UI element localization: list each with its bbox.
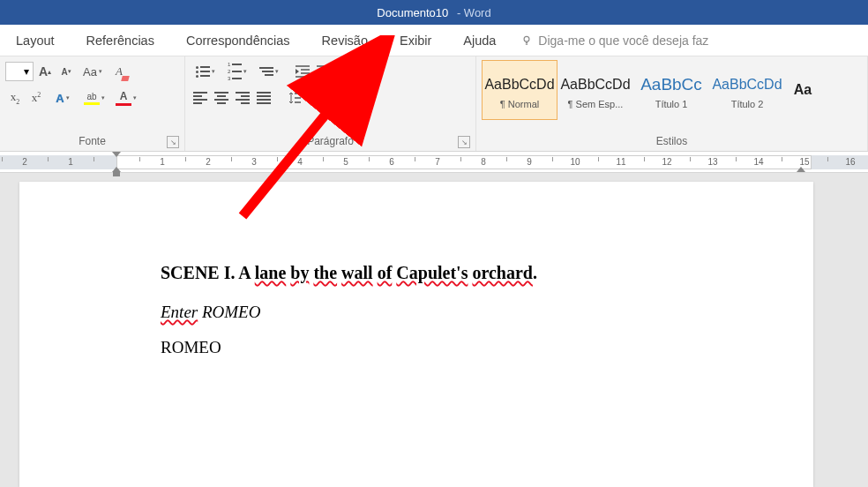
style-no-spacing[interactable]: AaBbCcDd ¶ Sem Esp...: [557, 60, 633, 120]
style-more[interactable]: Aa: [785, 60, 820, 120]
highlight-button[interactable]: ab▾: [79, 88, 109, 108]
justify-button[interactable]: [254, 88, 273, 108]
tab-review[interactable]: Revisão: [306, 25, 384, 56]
group-styles-label: Estilos: [656, 135, 687, 147]
tab-help[interactable]: Ajuda: [447, 25, 512, 56]
document-title: Documento10: [377, 6, 448, 19]
tab-mailings[interactable]: Correspondências: [170, 25, 306, 56]
speaker-name[interactable]: ROMEO: [161, 338, 813, 357]
tab-references[interactable]: Referências: [71, 25, 170, 56]
change-case-button[interactable]: Aa▾: [78, 62, 108, 81]
decrease-indent-icon: [296, 65, 310, 78]
font-size-box[interactable]: ▾: [5, 62, 34, 81]
lightbulb-icon: [520, 34, 533, 47]
group-paragraph: ▾ 123▾ ▾ AZ↓ ¶: [185, 56, 476, 151]
group-styles: AaBbCcDd ¶ Normal AaBbCcDd ¶ Sem Esp... …: [476, 56, 868, 151]
line-spacing-button[interactable]: ▾: [282, 88, 312, 108]
decrease-indent-button[interactable]: [293, 62, 312, 81]
document-area: SCENE I. A lane by the wall of Capulet's…: [0, 173, 868, 487]
svg-point-1: [338, 101, 340, 103]
styles-gallery: AaBbCcDd ¶ Normal AaBbCcDd ¶ Sem Esp... …: [482, 60, 862, 120]
right-indent-marker[interactable]: [797, 167, 805, 172]
shading-button[interactable]: ▾: [321, 88, 351, 108]
increase-indent-button[interactable]: [314, 62, 333, 81]
group-paragraph-label: Parágrafo: [307, 135, 354, 147]
document-content[interactable]: SCENE I. A lane by the wall of Capulet's…: [161, 263, 813, 357]
shrink-font-button[interactable]: A▾: [56, 62, 76, 81]
ribbon-tabs: Layout Referências Correspondências Revi…: [0, 25, 868, 56]
page[interactable]: SCENE I. A lane by the wall of Capulet's…: [19, 182, 813, 487]
tab-view[interactable]: Exibir: [384, 25, 447, 56]
style-heading2[interactable]: AaBbCcDd Título 2: [709, 60, 785, 120]
first-line-indent-marker[interactable]: [112, 152, 121, 157]
paint-bucket-icon: [327, 92, 340, 104]
app-name: - Word: [453, 6, 490, 19]
text-effects-button[interactable]: A▾: [48, 88, 78, 108]
scene-heading[interactable]: SCENE I. A lane by the wall of Capulet's…: [161, 263, 813, 283]
borders-icon: [359, 92, 371, 104]
style-heading1[interactable]: AaBbCc Título 1: [633, 60, 709, 120]
style-normal[interactable]: AaBbCcDd ¶ Normal: [482, 60, 557, 120]
sort-button[interactable]: AZ↓: [342, 62, 362, 81]
group-font: ▾ A▴ A▾ Aa▾ A x2 x2 A▾ ab▾ A▾ Fonte: [0, 56, 185, 151]
line-spacing-icon: [288, 92, 301, 104]
numbering-button[interactable]: 123▾: [222, 62, 252, 81]
ribbon: ▾ A▴ A▾ Aa▾ A x2 x2 A▾ ab▾ A▾ Fonte: [0, 56, 868, 152]
clear-formatting-button[interactable]: A: [109, 62, 129, 81]
paragraph-dialog-launcher[interactable]: ↘: [458, 136, 470, 148]
increase-indent-icon: [317, 65, 331, 78]
superscript-button[interactable]: x2: [26, 88, 46, 108]
show-marks-button[interactable]: ¶: [363, 62, 383, 81]
align-left-button[interactable]: [191, 88, 210, 108]
stage-direction[interactable]: Enter ROMEO: [161, 303, 813, 322]
grow-font-button[interactable]: A▴: [35, 62, 55, 81]
align-right-button[interactable]: [233, 88, 252, 108]
align-center-button[interactable]: [212, 88, 231, 108]
horizontal-ruler[interactable]: 2112345678910111213141516: [0, 152, 868, 173]
tab-layout[interactable]: Layout: [0, 25, 71, 56]
left-indent-marker[interactable]: [113, 172, 120, 176]
subscript-button[interactable]: x2: [5, 88, 25, 108]
group-font-label: Fonte: [79, 135, 106, 147]
tell-me-search[interactable]: Diga-me o que você deseja faz: [520, 34, 708, 48]
font-dialog-launcher[interactable]: ↘: [167, 136, 179, 148]
multilevel-list-button[interactable]: ▾: [254, 62, 284, 81]
svg-point-0: [524, 36, 529, 41]
borders-button[interactable]: ▾: [353, 88, 383, 108]
font-color-button[interactable]: A▾: [111, 88, 141, 108]
title-bar: Documento10 - Word: [0, 0, 868, 25]
bullets-button[interactable]: ▾: [191, 62, 221, 81]
